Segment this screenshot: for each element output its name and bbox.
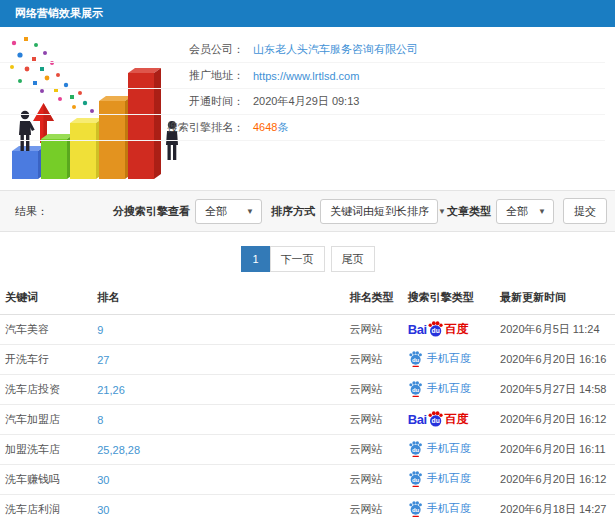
svg-text:du: du: [412, 507, 420, 513]
engine-type-cell: du手机百度: [403, 435, 495, 465]
rank-count-value: 4648: [253, 121, 277, 133]
chevron-down-icon: ▼: [246, 207, 254, 216]
rank-cell[interactable]: 9: [92, 315, 344, 345]
page-1-button[interactable]: 1: [241, 246, 271, 272]
rank-cell[interactable]: 30: [92, 495, 344, 520]
baidu-logo: Baidu百度: [408, 320, 469, 339]
rank-type-cell: 云网站: [344, 345, 402, 375]
updated-cell: 2020年6月20日 16:12: [495, 405, 615, 435]
rank-type-cell: 云网站: [344, 375, 402, 405]
promo-url-link[interactable]: https://www.lrtlsd.com: [253, 70, 359, 82]
info-row-url: 推广地址： https://www.lrtlsd.com: [0, 63, 605, 89]
rank-type-cell: 云网站: [344, 315, 402, 345]
rank-cell[interactable]: 27: [92, 345, 344, 375]
baidu-paw-icon: du: [408, 470, 423, 487]
table-row: 汽车加盟店8云网站Baidu百度2020年6月20日 16:12: [0, 405, 615, 435]
baidu-paw-icon: du: [408, 440, 423, 457]
table-row: 汽车美容9云网站Baidu百度2020年6月5日 11:24: [0, 315, 615, 345]
info-section: 会员公司： 山东老人头汽车服务咨询有限公司 推广地址： https://www.…: [0, 27, 615, 190]
sort-select[interactable]: 关键词由短到长排序 ▼: [320, 199, 438, 224]
chevron-down-icon: ▼: [438, 207, 446, 216]
table-header-row: 关键词 排名 排名类型 搜索引擎类型 最新更新时间: [0, 281, 615, 315]
rank-cell[interactable]: 8: [92, 405, 344, 435]
company-label: 会员公司：: [0, 42, 244, 57]
col-keyword: 关键词: [0, 281, 92, 315]
rank-count-unit: 条: [277, 121, 288, 133]
article-type-label: 文章类型: [447, 204, 491, 219]
next-page-button[interactable]: 下一页: [270, 246, 325, 272]
mobile-baidu-icon: du手机百度: [408, 500, 471, 517]
rank-type-cell: 云网站: [344, 495, 402, 520]
col-rank-type: 排名类型: [344, 281, 402, 315]
open-time-value: 2020年4月29日 09:13: [244, 94, 359, 109]
sort-label: 排序方式: [271, 204, 315, 219]
col-rank: 排名: [92, 281, 344, 315]
baidu-logo: Baidu百度: [408, 410, 469, 429]
mobile-baidu-icon: du手机百度: [408, 470, 471, 487]
updated-cell: 2020年6月5日 11:24: [495, 315, 615, 345]
page-header: 网络营销效果展示: [0, 0, 615, 27]
updated-cell: 2020年6月18日 14:27: [495, 495, 615, 520]
updated-cell: 2020年5月27日 14:58: [495, 375, 615, 405]
baidu-paw-icon: du: [427, 410, 444, 429]
svg-text:du: du: [412, 447, 420, 453]
engine-type-cell: du手机百度: [403, 495, 495, 520]
baidu-paw-icon: du: [408, 350, 423, 367]
open-time-label: 开通时间：: [0, 94, 244, 109]
rank-type-cell: 云网站: [344, 405, 402, 435]
svg-text:du: du: [431, 417, 439, 424]
svg-text:du: du: [412, 477, 420, 483]
info-row-rank-count: 搜索引擎排名： 4648条: [0, 115, 605, 141]
keyword-cell: 汽车美容: [0, 315, 92, 345]
keyword-cell: 汽车加盟店: [0, 405, 92, 435]
member-info-panel: 会员公司： 山东老人头汽车服务咨询有限公司 推广地址： https://www.…: [0, 37, 605, 141]
svg-text:du: du: [412, 387, 420, 393]
keyword-cell: 洗车店投资: [0, 375, 92, 405]
updated-cell: 2020年6月20日 16:11: [495, 435, 615, 465]
engine-type-cell: du手机百度: [403, 375, 495, 405]
table-body: 汽车美容9云网站Baidu百度2020年6月5日 11:24开洗车行27云网站d…: [0, 315, 615, 520]
mobile-baidu-icon: du手机百度: [408, 440, 471, 457]
info-row-company: 会员公司： 山东老人头汽车服务咨询有限公司: [0, 37, 605, 63]
rank-cell[interactable]: 25,28,28: [92, 435, 344, 465]
results-table: 关键词 排名 排名类型 搜索引擎类型 最新更新时间 汽车美容9云网站Baidu百…: [0, 281, 615, 520]
svg-text:du: du: [431, 327, 439, 334]
table-row: 加盟洗车店25,28,28云网站du手机百度2020年6月20日 16:11: [0, 435, 615, 465]
table-row: 开洗车行27云网站du手机百度2020年6月20日 16:16: [0, 345, 615, 375]
rank-cell[interactable]: 30: [92, 465, 344, 495]
engine-view-select[interactable]: 全部 ▼: [195, 199, 262, 224]
info-row-open-time: 开通时间： 2020年4月29日 09:13: [0, 89, 605, 115]
engine-view-label: 分搜索引擎查看: [113, 204, 190, 219]
svg-text:du: du: [412, 357, 420, 363]
promo-url-label: 推广地址：: [0, 68, 244, 83]
filter-bar: 结果： 分搜索引擎查看 全部 ▼ 排序方式 关键词由短到长排序 ▼ 文章类型 全…: [0, 190, 615, 232]
result-label: 结果：: [15, 204, 48, 219]
page-title: 网络营销效果展示: [15, 7, 103, 19]
rank-type-cell: 云网站: [344, 435, 402, 465]
article-type-select[interactable]: 全部 ▼: [496, 199, 554, 224]
table-row: 洗车店投资21,26云网站du手机百度2020年5月27日 14:58: [0, 375, 615, 405]
baidu-paw-icon: du: [427, 320, 444, 339]
keyword-cell: 开洗车行: [0, 345, 92, 375]
baidu-paw-icon: du: [408, 380, 423, 397]
col-engine-type: 搜索引擎类型: [403, 281, 495, 315]
updated-cell: 2020年6月20日 16:12: [495, 465, 615, 495]
submit-button[interactable]: 提交: [563, 198, 607, 224]
company-link[interactable]: 山东老人头汽车服务咨询有限公司: [253, 43, 418, 55]
table-row: 洗车店利润30云网站du手机百度2020年6月18日 14:27: [0, 495, 615, 520]
updated-cell: 2020年6月20日 16:16: [495, 345, 615, 375]
mobile-baidu-icon: du手机百度: [408, 350, 471, 367]
rank-count-label: 搜索引擎排名：: [0, 120, 244, 135]
keyword-cell: 洗车店利润: [0, 495, 92, 520]
last-page-button[interactable]: 尾页: [331, 246, 375, 272]
baidu-paw-icon: du: [408, 500, 423, 517]
chevron-down-icon: ▼: [538, 207, 546, 216]
engine-type-cell: du手机百度: [403, 345, 495, 375]
engine-type-cell: Baidu百度: [403, 315, 495, 345]
keyword-cell: 洗车赚钱吗: [0, 465, 92, 495]
col-updated: 最新更新时间: [495, 281, 615, 315]
rank-cell[interactable]: 21,26: [92, 375, 344, 405]
engine-type-cell: du手机百度: [403, 465, 495, 495]
mobile-baidu-icon: du手机百度: [408, 380, 471, 397]
rank-type-cell: 云网站: [344, 465, 402, 495]
